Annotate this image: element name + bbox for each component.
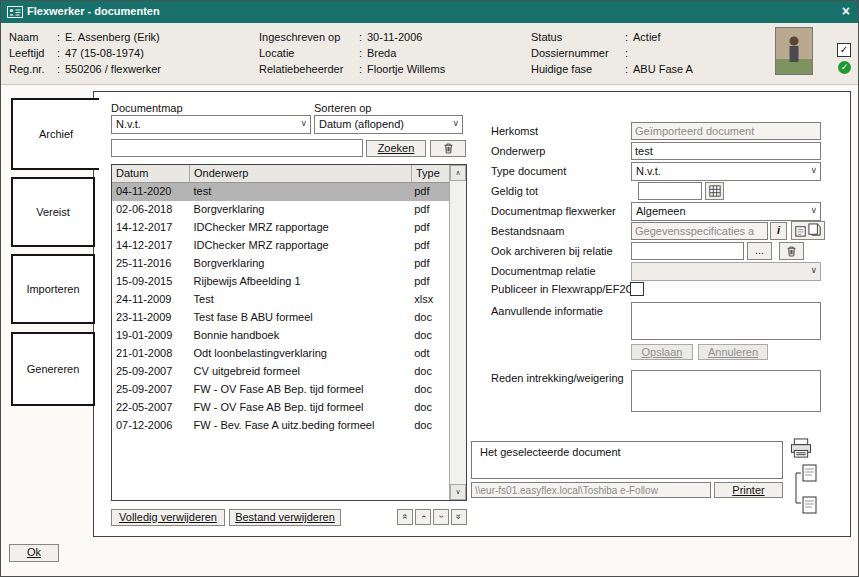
table-cell[interactable]: 04-11-2020 — [112, 183, 190, 201]
documentmap-flexwerker-select[interactable]: Algemeen∨ — [631, 202, 821, 221]
table-cell[interactable]: IDChecker MRZ rapportage — [190, 219, 411, 237]
geldig-tot-field[interactable] — [638, 182, 702, 200]
table-cell[interactable]: doc — [410, 309, 449, 327]
column-header-onderwerp[interactable]: Onderwerp — [190, 165, 412, 182]
scroll-up-icon[interactable]: ∧ — [450, 165, 466, 181]
table-row[interactable]: 23-11-2009Test fase B ABU formeeldoc — [112, 309, 449, 327]
tab-genereren[interactable]: Genereren — [11, 332, 95, 406]
volledig-verwijderen-button[interactable]: Volledig verwijderen — [111, 509, 225, 526]
bestand-verwijderen-button[interactable]: Bestand verwijderen — [229, 509, 341, 526]
sorteren-select[interactable]: Datum (aflopend)∨ — [314, 115, 463, 134]
tab-importeren[interactable]: Importeren — [11, 254, 95, 324]
table-cell[interactable]: Rijbewijs Afbeelding 1 — [190, 273, 411, 291]
table-cell[interactable]: 07-12-2006 — [112, 417, 190, 435]
table-cell[interactable]: Test fase B ABU formeel — [190, 309, 411, 327]
column-header-datum[interactable]: Datum — [112, 165, 190, 182]
table-row[interactable]: 25-09-2007FW - OV Fase AB Bep. tijd form… — [112, 381, 449, 399]
table-cell[interactable]: FW - Bev. Fase A uitz.beding formeel — [190, 417, 411, 435]
table-cell[interactable]: doc — [410, 417, 449, 435]
table-cell[interactable]: FW - OV Fase AB Bep. tijd formeel — [190, 399, 411, 417]
table-row[interactable]: 22-05-2007FW - OV Fase AB Bep. tijd form… — [112, 399, 449, 417]
table-cell[interactable]: FW - OV Fase AB Bep. tijd formeel — [190, 381, 411, 399]
table-cell[interactable]: odt — [410, 345, 449, 363]
browse-relatie-button[interactable]: ... — [747, 242, 772, 260]
table-cell[interactable]: 25-09-2007 — [112, 381, 190, 399]
copy-document-button[interactable] — [791, 221, 825, 240]
search-input[interactable] — [111, 139, 363, 157]
table-row[interactable]: 04-11-2020testpdf — [112, 183, 449, 201]
table-scrollbar[interactable]: ∧ ∨ — [449, 165, 466, 500]
table-row[interactable]: 25-09-2007CV uitgebreid formeeldoc — [112, 363, 449, 381]
bestandsnaam-field — [631, 222, 768, 240]
table-cell[interactable]: doc — [410, 399, 449, 417]
table-cell[interactable]: xlsx — [410, 291, 449, 309]
scroll-to-bottom-button[interactable]: « — [451, 509, 467, 525]
table-row[interactable]: 14-12-2017IDChecker MRZ rapportagepdf — [112, 219, 449, 237]
reden-intrekking-field[interactable] — [631, 370, 821, 412]
table-cell[interactable]: Bonnie handboek — [190, 327, 411, 345]
scroll-down-icon[interactable]: ∨ — [450, 484, 466, 500]
scroll-to-top-button[interactable]: « — [397, 509, 413, 525]
table-cell[interactable]: CV uitgebreid formeel — [190, 363, 411, 381]
table-cell[interactable]: 22-05-2007 — [112, 399, 190, 417]
table-row[interactable]: 14-12-2017IDChecker MRZ rapportagepdf — [112, 237, 449, 255]
table-row[interactable]: 21-01-2008Odt loonbelastingverklaringodt — [112, 345, 449, 363]
table-row[interactable]: 02-06-2018Borgverklaringpdf — [112, 201, 449, 219]
table-cell[interactable]: pdf — [410, 273, 449, 291]
table-cell[interactable]: doc — [410, 327, 449, 345]
printer-button[interactable]: Printer — [714, 482, 783, 498]
table-cell[interactable]: test — [190, 183, 411, 201]
publiceer-checkbox[interactable] — [630, 282, 644, 296]
table-cell[interactable]: Borgverklaring — [190, 255, 411, 273]
ok-button[interactable]: Ok — [9, 544, 59, 562]
table-cell[interactable]: 15-09-2015 — [112, 273, 190, 291]
calendar-button[interactable] — [705, 182, 724, 200]
table-cell[interactable]: Odt loonbelastingverklaring — [190, 345, 411, 363]
table-row[interactable]: 15-09-2015Rijbewijs Afbeelding 1pdf — [112, 273, 449, 291]
table-cell[interactable]: 25-11-2016 — [112, 255, 190, 273]
table-cell[interactable]: doc — [410, 363, 449, 381]
table-cell[interactable]: 24-11-2009 — [112, 291, 190, 309]
table-cell[interactable]: 02-06-2018 — [112, 201, 190, 219]
scroll-down-button[interactable]: ‹ — [433, 509, 449, 525]
photo-checkbox[interactable]: ✓ — [837, 43, 851, 57]
aanvullende-informatie-field[interactable] — [631, 302, 821, 340]
zoeken-button[interactable]: Zoeken — [366, 140, 426, 157]
clear-search-button[interactable] — [430, 140, 466, 157]
table-cell[interactable]: pdf — [410, 219, 449, 237]
type-document-select[interactable]: N.v.t.∨ — [631, 162, 821, 181]
opslaan-button[interactable]: Opslaan — [631, 344, 693, 360]
annuleren-button[interactable]: Annuleren — [698, 344, 768, 360]
column-header-type[interactable]: Type — [412, 165, 451, 182]
table-row[interactable]: 24-11-2009Testxlsx — [112, 291, 449, 309]
table-cell[interactable]: doc — [410, 381, 449, 399]
table-cell[interactable]: pdf — [410, 201, 449, 219]
print-button[interactable] — [789, 438, 813, 461]
info-button[interactable]: i — [770, 222, 787, 240]
scroll-up-button[interactable]: ‹ — [415, 509, 431, 525]
table-cell[interactable]: 19-01-2009 — [112, 327, 190, 345]
table-cell[interactable]: 25-09-2007 — [112, 363, 190, 381]
document-tree-icon[interactable] — [790, 463, 820, 519]
close-icon[interactable]: × — [842, 3, 850, 19]
table-row[interactable]: 07-12-2006FW - Bev. Fase A uitz.beding f… — [112, 417, 449, 435]
table-cell[interactable]: Test — [190, 291, 411, 309]
table-cell[interactable]: pdf — [410, 183, 449, 201]
table-cell[interactable]: 14-12-2017 — [112, 219, 190, 237]
table-cell[interactable]: Borgverklaring — [190, 201, 411, 219]
clear-relatie-button[interactable] — [779, 242, 804, 260]
table-cell[interactable]: 21-01-2008 — [112, 345, 190, 363]
table-cell[interactable]: IDChecker MRZ rapportage — [190, 237, 411, 255]
tab-vereist[interactable]: Vereist — [11, 177, 95, 247]
ook-archiveren-field[interactable] — [631, 242, 744, 260]
table-cell[interactable]: 23-11-2009 — [112, 309, 190, 327]
onderwerp-field[interactable] — [631, 142, 821, 160]
table-cell[interactable]: 14-12-2017 — [112, 237, 190, 255]
documentmap-select[interactable]: N.v.t.∨ — [111, 115, 311, 134]
table-row[interactable]: 19-01-2009Bonnie handboekdoc — [112, 327, 449, 345]
table-cell[interactable]: pdf — [410, 237, 449, 255]
person-header: Naam:E. Assenberg (Erik) Leeftijd:47 (15… — [1, 23, 858, 85]
table-row[interactable]: 25-11-2016Borgverklaringpdf — [112, 255, 449, 273]
table-cell[interactable]: pdf — [410, 255, 449, 273]
tab-archief[interactable]: Archief — [11, 98, 99, 170]
